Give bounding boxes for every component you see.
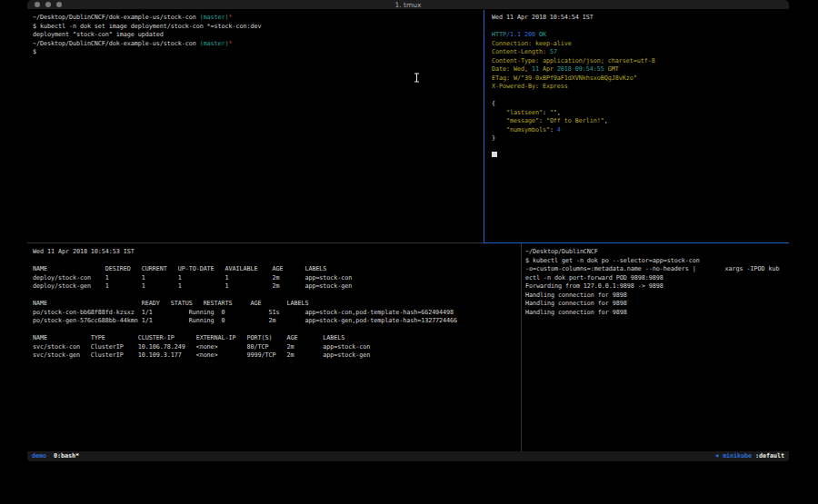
terminal-line: Handling connection for 9898	[525, 309, 789, 318]
terminal-line: NAME READY STATUS RESTARTS AGE LABELS	[33, 300, 521, 309]
terminal-line: svc/stock-gen ClusterIP 10.109.3.177 <no…	[33, 351, 521, 361]
terminal-line: Content-Length: 57	[492, 48, 789, 57]
terminal-line	[33, 326, 521, 335]
zoom-button[interactable]	[56, 2, 62, 7]
terminal-line: Handling connection for 9898	[525, 292, 789, 301]
pane-bottom-left-kubectl-get[interactable]: Wed 11 Apr 2018 10:54:53 ISTNAME DESIRED…	[27, 243, 521, 451]
terminal-line: NAME DESIRED CURRENT UP-TO-DATE AVAILABL…	[33, 265, 521, 274]
desktop: 1. tmux ~/Desktop/DublinCNCF/dok-example…	[0, 0, 818, 504]
status-left: demo 0:bash*	[32, 451, 79, 461]
terminal-line: {	[492, 100, 789, 109]
terminal-line	[492, 152, 789, 161]
terminal-line: po/stock-gen-576cc688bb-44kmn 1/1 Runnin…	[33, 317, 521, 326]
terminal-line: deployment "stock-con" image updated	[33, 31, 484, 40]
terminal-line: ~/Desktop/DublinCNCF	[525, 248, 789, 257]
terminal-line: Connection: keep-alive	[492, 40, 789, 49]
terminal-line: ectl -n dok port-forward POD 9898:9898	[525, 274, 789, 283]
terminal-line: "lastseen": "",	[492, 109, 789, 118]
terminal-line: Wed 11 Apr 2018 10:54:54 IST	[492, 14, 789, 23]
block-cursor	[492, 152, 497, 157]
pane-divider-horizontal-left[interactable]	[27, 242, 484, 243]
terminal-line: Forwarding from 127.0.0.1:9898 -> 9898	[525, 282, 789, 292]
terminal-line: ~/Desktop/DublinCNCF/dok-example-us/stoc…	[33, 14, 484, 23]
window-titlebar[interactable]: 1. tmux	[27, 0, 789, 10]
terminal-line: deploy/stock-con 1 1 1 1 2m app=stock-co…	[33, 274, 521, 283]
terminal-line: Date: Wed, 11 Apr 2018 09:54:55 GMT	[492, 65, 789, 74]
kubernetes-helm-icon: ⎈	[715, 452, 719, 460]
terminal-line: "numsymbols": 4	[492, 126, 789, 135]
terminal-line	[492, 143, 789, 153]
status-right: ⎈ minikube :default	[715, 451, 784, 461]
terminal-line: $ kubectl -n dok set image deployment/st…	[33, 23, 484, 32]
terminal-window: 1. tmux ~/Desktop/DublinCNCF/dok-example…	[27, 0, 789, 461]
terminal-line: Handling connection for 9898	[525, 300, 789, 309]
pane-divider-vertical-active[interactable]	[484, 10, 484, 243]
traffic-lights	[35, 2, 62, 7]
terminal-line: HTTP/1.1 200 OK	[492, 31, 789, 40]
terminal-line: -o=custom-columns=:metadata.name --no-he…	[525, 265, 789, 274]
pane-top-left-shell[interactable]: ~/Desktop/DublinCNCF/dok-example-us/stoc…	[27, 10, 484, 242]
terminal-line: Content-Type: application/json; charset=…	[492, 57, 789, 66]
terminal-line: ETag: W/"39-0xBPf9aF1dXVNkhsxoBQgJ8vKzo"	[492, 74, 789, 84]
terminal-line	[33, 292, 521, 301]
tmux-window-tab[interactable]: 0:bash*	[54, 452, 79, 460]
pane-divider-horizontal-active[interactable]	[484, 242, 789, 243]
terminal-line: deploy/stock-gen 1 1 1 1 2m app=stock-ge…	[33, 282, 521, 292]
terminal-line	[492, 92, 789, 101]
tmux-session: ~/Desktop/DublinCNCF/dok-example-us/stoc…	[27, 10, 789, 451]
terminal-line: svc/stock-con ClusterIP 10.106.78.249 <n…	[33, 343, 521, 352]
window-title: 1. tmux	[27, 0, 789, 10]
terminal-line	[492, 23, 789, 32]
minimize-button[interactable]	[45, 2, 51, 7]
kube-context-label: minikube	[723, 452, 752, 460]
terminal-line: X-Powered-By: Express	[492, 83, 789, 92]
mouse-ibeam-cursor	[414, 69, 420, 79]
pane-divider-vertical-bottom[interactable]	[521, 243, 522, 451]
kube-namespace-label: :default	[755, 452, 784, 460]
terminal-line: po/stock-con-bb68f88fd-kzsxz 1/1 Running…	[33, 309, 521, 318]
terminal-line: $	[33, 48, 484, 57]
tmux-session-name: demo	[32, 452, 46, 460]
terminal-line: $ kubectl get -n dok po --selector=app=s…	[525, 257, 789, 266]
close-button[interactable]	[35, 2, 40, 7]
terminal-line: NAME TYPE CLUSTER-IP EXTERNAL-IP PORT(S)…	[33, 334, 521, 343]
terminal-line	[33, 257, 521, 266]
terminal-line: ~/Desktop/DublinCNCF/dok-example-us/stoc…	[33, 40, 484, 49]
pane-top-right-http-response[interactable]: Wed 11 Apr 2018 10:54:54 ISTHTTP/1.1 200…	[484, 10, 789, 242]
terminal-line: }	[492, 134, 789, 143]
terminal-line: Wed 11 Apr 2018 10:54:53 IST	[33, 248, 521, 257]
pane-bottom-right-port-forward[interactable]: ~/Desktop/DublinCNCF$ kubectl get -n dok…	[522, 243, 789, 451]
terminal-line: "message": "Off to Berlin!",	[492, 117, 789, 126]
tmux-status-bar: demo 0:bash* ⎈ minikube :default	[27, 451, 789, 461]
